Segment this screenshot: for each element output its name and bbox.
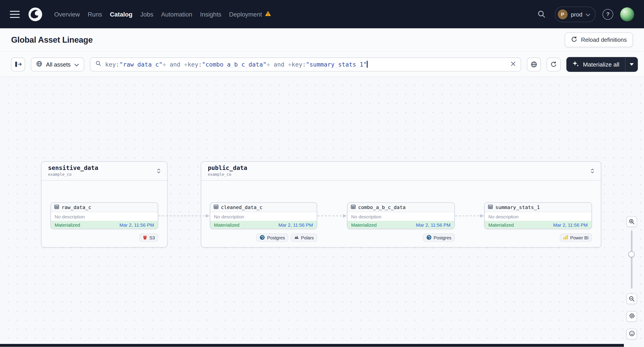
materialize-options-caret[interactable] [625,57,638,72]
asset-node-header: cleaned_data_c [210,203,317,212]
materialization-timestamp[interactable]: Mar 2, 11:56 PM [120,222,154,227]
nav-item-catalog[interactable]: Catalog [110,8,132,20]
gear-icon [628,313,635,321]
page-title: Global Asset Lineage [11,35,93,44]
lineage-canvas[interactable]: sensitive_data example_co public_data ex… [0,77,644,347]
feedback-button[interactable] [626,329,637,340]
materialization-timestamp[interactable]: Mar 2, 11:56 PM [553,222,588,227]
asset-name: cleaned_data_c [221,204,262,210]
smiley-icon [628,330,635,338]
refresh-button[interactable] [547,57,561,71]
group-org-label: example_co [48,172,98,176]
asset-scope-label: All assets [46,61,70,67]
asset-node-header: combo_a_b_c_data [348,203,454,212]
zoom-slider-track[interactable] [631,231,632,289]
nav-item-jobs[interactable]: Jobs [140,8,153,20]
asset-node-combo-a-b-c-data[interactable]: combo_a_b_c_data No description Material… [347,202,455,229]
asset-name: combo_a_b_c_data [358,204,406,210]
asset-node-raw-data-c[interactable]: raw_data_c No description Materialized M… [50,202,158,229]
kind-tag-label: Power BI [570,235,588,240]
nav-right: P prod ? [536,6,634,22]
search-icon[interactable] [536,8,548,20]
table-icon [54,204,59,211]
nav-item-label: Overview [54,11,80,18]
table-icon [488,204,493,211]
asset-status-row: Materialized Mar 2, 11:56 PM [210,221,317,229]
kind-tag-powerbi[interactable]: Power BI [560,234,592,242]
zoom-slider-handle[interactable] [628,251,634,258]
postgres-icon [260,235,265,241]
user-avatar[interactable] [620,7,634,21]
zoom-out-button[interactable] [626,293,637,304]
text-cursor [367,61,368,68]
nav-links: Overview Runs Catalog Jobs Automation In… [54,8,271,20]
kind-tags-combo-a-b-c-data: Postgres [347,234,455,242]
group-header: sensitive_data example_co [42,162,167,181]
materialize-all-button[interactable]: Materialize all [566,57,625,72]
nav-item-runs[interactable]: Runs [88,8,102,20]
asset-scope-dropdown[interactable]: All assets [31,57,84,71]
deployment-switcher[interactable]: P prod [555,6,596,22]
kind-tags-raw-data-c: S3 [50,234,158,242]
asset-node-cleaned-data-c[interactable]: cleaned_data_c No description Materializ… [210,202,317,229]
nav-item-automation[interactable]: Automation [161,8,192,20]
dagster-logo-icon[interactable] [27,6,44,22]
lineage-toolbar: All assets key:"raw_data_c"+ and +key:"c… [0,52,644,77]
sparkle-icon [572,60,579,68]
page-header: Global Asset Lineage Reload definitions [0,28,644,52]
nav-item-insights[interactable]: Insights [200,8,221,20]
kind-tag-s3[interactable]: S3 [139,234,158,242]
reload-definitions-button[interactable]: Reload definitions [565,32,633,47]
horizontal-scrollbar[interactable] [0,344,624,347]
help-icon[interactable]: ? [602,9,613,20]
kind-tag-postgres[interactable]: Postgres [423,234,454,242]
nav-item-label: Deployment [229,11,262,18]
kind-tag-label: Postgres [267,235,285,240]
kind-tags-cleaned-data-c: Postgres Polars [210,234,317,242]
search-icon [95,60,102,68]
graph-settings-button[interactable] [626,311,637,322]
materialization-timestamp[interactable]: Mar 2, 11:56 PM [278,222,313,227]
nav-item-deployment[interactable]: Deployment [229,8,271,20]
nav-item-label: Catalog [110,11,132,18]
nav-item-label: Insights [200,11,221,18]
clear-input-icon[interactable] [510,60,516,68]
kind-tag-polars[interactable]: Polars [291,234,317,242]
chevron-down-icon [74,61,79,67]
kind-tag-postgres[interactable]: Postgres [256,234,288,242]
nav-item-label: Automation [161,11,192,18]
powerbi-icon [563,235,568,241]
materialization-timestamp[interactable]: Mar 2, 11:56 PM [416,222,451,227]
group-org-label: example_co [208,172,247,176]
globe-icon [36,60,42,68]
deployment-avatar: P [558,9,568,19]
asset-status-row: Materialized Mar 2, 11:56 PM [348,221,454,229]
s3-icon [142,235,147,241]
materialized-status: Materialized [214,222,240,227]
open-left-panel-button[interactable] [11,57,25,71]
asset-node-summary-stats-1[interactable]: summary_stats_1 No description Materiali… [484,202,592,229]
asset-status-row: Materialized Mar 2, 11:56 PM [485,221,592,229]
asset-selection-input[interactable]: key:"raw_data_c"+ and +key:"combo_a_b_c_… [90,57,521,71]
materialized-status: Materialized [54,222,80,227]
collapse-group-icon[interactable] [155,167,162,174]
hamburger-menu-icon[interactable] [9,8,20,20]
graph-view-globe-button[interactable] [527,57,541,71]
table-icon [214,204,218,211]
nav-item-overview[interactable]: Overview [54,8,80,20]
asset-description: No description [51,212,158,221]
dagster-app: Overview Runs Catalog Jobs Automation In… [0,0,644,347]
kind-tag-label: Polars [301,235,314,240]
asset-name: summary_stats_1 [496,204,540,210]
materialize-all-button-group: Materialize all [566,57,638,72]
group-title: public_data [208,165,247,171]
reload-definitions-label: Reload definitions [581,37,627,43]
asset-status-row: Materialized Mar 2, 11:56 PM [51,221,158,229]
asset-description: No description [348,212,454,221]
group-header: public_data example_co [201,162,601,181]
help-glyph: ? [606,11,610,17]
asset-description: No description [210,212,317,221]
polars-icon [294,235,299,241]
zoom-in-button[interactable] [626,216,637,227]
collapse-group-icon[interactable] [588,167,596,174]
